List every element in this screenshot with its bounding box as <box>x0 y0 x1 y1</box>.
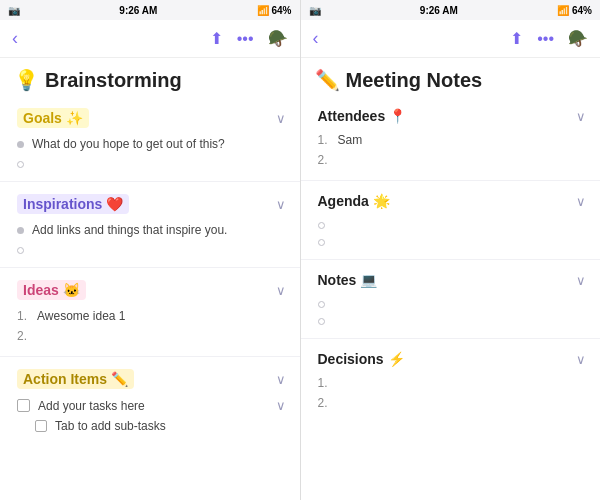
goals-title: Goals ✨ <box>17 108 89 128</box>
share-icon-right[interactable]: ⬆ <box>510 29 523 48</box>
right-doc-title-area: ✏️ Meeting Notes <box>301 58 601 100</box>
bullet-dot <box>17 227 24 234</box>
decision-2: 2. <box>318 393 587 413</box>
camera-icon: 📷 <box>8 5 20 16</box>
bullet-empty <box>17 161 24 168</box>
notes-content <box>304 292 601 334</box>
attendees-chevron[interactable]: ∨ <box>576 109 586 124</box>
bullet-empty <box>318 301 325 308</box>
ideas-section: Ideas 🐱 ∨ 1. Awesome idea 1 2. <box>0 272 300 352</box>
bullet-empty <box>318 222 325 229</box>
ideas-header[interactable]: Ideas 🐱 ∨ <box>3 272 300 304</box>
agenda-title: Agenda 🌟 <box>318 193 390 209</box>
notes-header[interactable]: Notes 💻 ∨ <box>304 264 601 292</box>
decisions-content: 1. 2. <box>304 371 601 419</box>
action-item-1: Add your tasks here ∨ <box>17 395 286 416</box>
status-bar-right: 📷 9:26 AM 📶 64% <box>301 0 601 20</box>
avatar-icon-right[interactable]: 🪖 <box>568 29 588 48</box>
agenda-chevron[interactable]: ∨ <box>576 194 586 209</box>
goals-item-2 <box>17 154 286 171</box>
left-content[interactable]: Goals ✨ ∨ What do you hope to get out of… <box>0 100 300 500</box>
left-doc-title: 💡 Brainstorming <box>14 68 286 92</box>
notes-item-1 <box>318 294 587 311</box>
inspirations-content: Add links and things that inspire you. <box>3 218 300 263</box>
decisions-section: Decisions ⚡ ∨ 1. 2. <box>301 343 601 419</box>
action-item-2: Tab to add sub-tasks <box>17 416 286 436</box>
goals-header[interactable]: Goals ✨ ∨ <box>3 100 300 132</box>
action-items-header[interactable]: Action Items ✏️ ∨ <box>3 361 300 393</box>
attendee-1: 1. Sam <box>318 130 587 150</box>
back-button-left[interactable]: ‹ <box>12 28 18 49</box>
inspirations-item-1: Add links and things that inspire you. <box>17 220 286 240</box>
goals-content: What do you hope to get out of this? <box>3 132 300 177</box>
goals-section: Goals ✨ ∨ What do you hope to get out of… <box>0 100 300 177</box>
battery-left: 📶 64% <box>257 5 292 16</box>
time-left: 9:26 AM <box>119 5 157 16</box>
right-panel: ‹ ⬆ ••• 🪖 ✏️ Meeting Notes Attendees 📍 ∨ <box>301 20 601 500</box>
inspirations-section: Inspirations ❤️ ∨ Add links and things t… <box>0 186 300 263</box>
action-items-chevron[interactable]: ∨ <box>276 372 286 387</box>
checkbox-1[interactable] <box>17 399 30 412</box>
battery-right: 📶 64% <box>557 5 592 16</box>
agenda-section: Agenda 🌟 ∨ <box>301 185 601 255</box>
left-doc-title-area: 💡 Brainstorming <box>0 58 300 100</box>
more-icon-left[interactable]: ••• <box>237 30 254 48</box>
decisions-chevron[interactable]: ∨ <box>576 352 586 367</box>
ideas-item-1: 1. Awesome idea 1 <box>17 306 286 326</box>
inspirations-header[interactable]: Inspirations ❤️ ∨ <box>3 186 300 218</box>
camera-icon-right: 📷 <box>309 5 321 16</box>
notes-chevron[interactable]: ∨ <box>576 273 586 288</box>
back-button-right[interactable]: ‹ <box>313 28 319 49</box>
ideas-chevron[interactable]: ∨ <box>276 283 286 298</box>
agenda-content <box>304 213 601 255</box>
inspirations-item-2 <box>17 240 286 257</box>
action-item-chevron[interactable]: ∨ <box>276 398 286 413</box>
decisions-title: Decisions ⚡ <box>318 351 405 367</box>
left-toolbar: ‹ ⬆ ••• 🪖 <box>0 20 300 58</box>
notes-title: Notes 💻 <box>318 272 378 288</box>
action-items-content: Add your tasks here ∨ Tab to add sub-tas… <box>3 393 300 442</box>
action-items-section: Action Items ✏️ ∨ Add your tasks here ∨ … <box>0 361 300 442</box>
attendees-title: Attendees 📍 <box>318 108 407 124</box>
attendees-section: Attendees 📍 ∨ 1. Sam 2. <box>301 100 601 176</box>
bullet-empty <box>17 247 24 254</box>
decision-1: 1. <box>318 373 587 393</box>
signal-icon: 📶 <box>257 5 269 16</box>
avatar-icon-left[interactable]: 🪖 <box>268 29 288 48</box>
bullet-empty <box>318 239 325 246</box>
status-bar-left: 📷 9:26 AM 📶 64% <box>0 0 301 20</box>
left-panel: ‹ ⬆ ••• 🪖 💡 Brainstorming Goals ✨ ∨ <box>0 20 301 500</box>
inspirations-title: Inspirations ❤️ <box>17 194 129 214</box>
ideas-item-2: 2. <box>17 326 286 346</box>
ideas-title: Ideas 🐱 <box>17 280 86 300</box>
decisions-header[interactable]: Decisions ⚡ ∨ <box>304 343 601 371</box>
brainstorm-emoji: 💡 <box>14 68 39 92</box>
agenda-item-2 <box>318 232 587 249</box>
right-content[interactable]: Attendees 📍 ∨ 1. Sam 2. Agenda 🌟 <box>301 100 601 500</box>
inspirations-chevron[interactable]: ∨ <box>276 197 286 212</box>
more-icon-right[interactable]: ••• <box>537 30 554 48</box>
goals-chevron[interactable]: ∨ <box>276 111 286 126</box>
meeting-emoji: ✏️ <box>315 68 340 92</box>
bullet-empty <box>318 318 325 325</box>
time-right: 9:26 AM <box>420 5 458 16</box>
notes-item-2 <box>318 311 587 328</box>
right-doc-title: ✏️ Meeting Notes <box>315 68 587 92</box>
ideas-content: 1. Awesome idea 1 2. <box>3 304 300 352</box>
right-toolbar: ‹ ⬆ ••• 🪖 <box>301 20 601 58</box>
attendees-content: 1. Sam 2. <box>304 128 601 176</box>
goals-item-1: What do you hope to get out of this? <box>17 134 286 154</box>
signal-icon-right: 📶 <box>557 5 569 16</box>
action-items-title: Action Items ✏️ <box>17 369 134 389</box>
share-icon-left[interactable]: ⬆ <box>210 29 223 48</box>
attendees-header[interactable]: Attendees 📍 ∨ <box>304 100 601 128</box>
attendee-2: 2. <box>318 150 587 170</box>
agenda-header[interactable]: Agenda 🌟 ∨ <box>304 185 601 213</box>
agenda-item-1 <box>318 215 587 232</box>
notes-section: Notes 💻 ∨ <box>301 264 601 334</box>
bullet-dot <box>17 141 24 148</box>
sub-checkbox-1[interactable] <box>35 420 47 432</box>
